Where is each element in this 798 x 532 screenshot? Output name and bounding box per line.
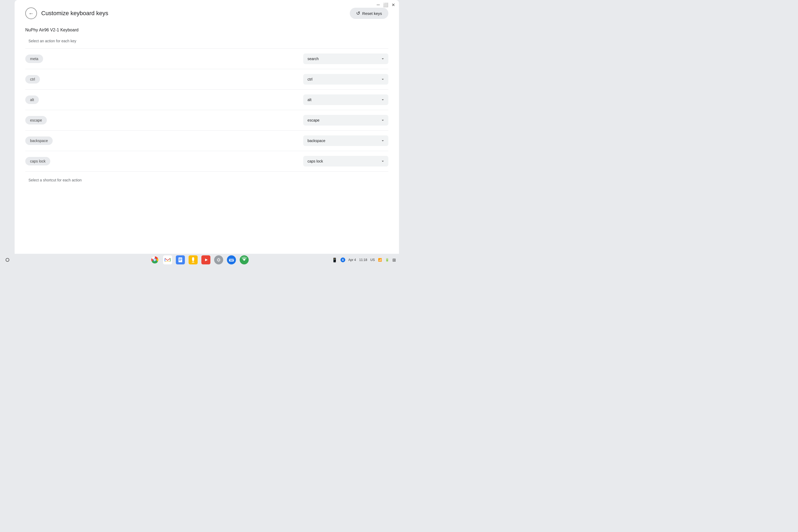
key-rows: meta search ctrl alt escape backspace ca… bbox=[25, 49, 388, 172]
alt-select[interactable]: search ctrl alt escape backspace caps lo… bbox=[303, 94, 388, 105]
mobile-icon: 📱 bbox=[332, 258, 337, 263]
svg-rect-8 bbox=[179, 259, 182, 260]
close-button[interactable]: ✕ bbox=[391, 2, 396, 7]
time-display: 11:18 bbox=[359, 258, 367, 262]
svg-rect-22 bbox=[231, 259, 231, 260]
keyboard-name: NuPhy Air96 V2-1 Keyboard bbox=[25, 28, 388, 33]
taskbar-gmail-icon[interactable] bbox=[163, 255, 172, 264]
taskbar-left bbox=[3, 255, 12, 264]
key-row-caps-lock: caps lock search ctrl alt escape backspa… bbox=[25, 151, 388, 172]
key-row-ctrl: ctrl search ctrl alt escape backspace ca… bbox=[25, 69, 388, 89]
svg-rect-24 bbox=[233, 259, 233, 260]
key-badge-escape: escape bbox=[25, 116, 47, 125]
key-badge-meta: meta bbox=[25, 55, 43, 63]
reset-icon: ↺ bbox=[356, 11, 360, 16]
taskbar: 📱 4 Apr 4 11:18 US 📶 🔋 ⊞ bbox=[0, 254, 399, 266]
key-row-alt: alt search ctrl alt escape backspace cap… bbox=[25, 89, 388, 110]
taskbar-keep-icon[interactable] bbox=[189, 255, 198, 264]
taskbar-center bbox=[150, 255, 249, 264]
svg-rect-21 bbox=[230, 259, 230, 260]
back-icon: ← bbox=[28, 11, 34, 17]
taskbar-docs-icon[interactable] bbox=[176, 255, 185, 264]
svg-rect-9 bbox=[179, 260, 181, 261]
key-badge-alt: alt bbox=[25, 95, 39, 104]
taskbar-keyboard-icon[interactable] bbox=[227, 255, 236, 264]
meta-select[interactable]: search ctrl alt escape backspace caps lo… bbox=[303, 54, 388, 64]
key-badge-backspace: backspace bbox=[25, 136, 53, 145]
svg-rect-11 bbox=[192, 257, 194, 261]
backspace-select[interactable]: search ctrl alt escape backspace caps lo… bbox=[303, 135, 388, 146]
page-header: ← Customize keyboard keys ↺ Reset keys bbox=[25, 7, 388, 19]
taskbar-right: 📱 4 Apr 4 11:18 US 📶 🔋 ⊞ bbox=[332, 258, 396, 263]
key-badge-caps-lock: caps lock bbox=[25, 157, 50, 166]
key-badge-ctrl: ctrl bbox=[25, 75, 40, 83]
notification-badge[interactable]: 4 bbox=[341, 258, 345, 262]
back-button[interactable]: ← bbox=[25, 7, 37, 19]
select-action-label: Select an action for each key bbox=[25, 39, 388, 43]
battery-icon: 🔋 bbox=[385, 258, 389, 262]
reset-keys-label: Reset keys bbox=[362, 11, 382, 16]
svg-point-18 bbox=[218, 259, 220, 261]
key-row-meta: meta search ctrl alt escape backspace ca… bbox=[25, 49, 388, 69]
svg-rect-13 bbox=[192, 262, 194, 263]
key-row-backspace: backspace search ctrl alt escape backspa… bbox=[25, 130, 388, 151]
select-shortcut-label: Select a shortcut for each action bbox=[25, 172, 388, 182]
window-chrome: ─ ⬜ ✕ bbox=[373, 0, 399, 10]
ctrl-select[interactable]: search ctrl alt escape backspace caps lo… bbox=[303, 74, 388, 84]
header-left: ← Customize keyboard keys bbox=[25, 7, 108, 19]
status-dot-icon[interactable] bbox=[3, 255, 12, 264]
taskbar-youtube-icon[interactable] bbox=[201, 255, 210, 264]
wifi-icon: 📶 bbox=[378, 258, 382, 262]
maximize-button[interactable]: ⬜ bbox=[383, 2, 388, 7]
date-display: Apr 4 bbox=[348, 258, 356, 262]
taskbar-chrome-icon[interactable] bbox=[150, 255, 159, 264]
page-title: Customize keyboard keys bbox=[41, 10, 108, 17]
escape-select[interactable]: search ctrl alt escape backspace caps lo… bbox=[303, 115, 388, 126]
taskbar-network-icon[interactable] bbox=[240, 255, 249, 264]
main-container: ← Customize keyboard keys ↺ Reset keys N… bbox=[15, 0, 399, 254]
taskbar-settings-icon[interactable] bbox=[214, 255, 223, 264]
svg-point-3 bbox=[154, 259, 156, 261]
key-row-escape: escape search ctrl alt escape backspace … bbox=[25, 110, 388, 130]
minimize-button[interactable]: ─ bbox=[376, 2, 381, 7]
svg-rect-25 bbox=[230, 260, 233, 261]
svg-rect-6 bbox=[178, 258, 182, 262]
svg-rect-23 bbox=[232, 259, 232, 260]
region-display: US bbox=[370, 258, 375, 262]
screen-layout-icon[interactable]: ⊞ bbox=[392, 258, 396, 263]
svg-rect-7 bbox=[179, 259, 182, 259]
caps-lock-select[interactable]: search ctrl alt escape backspace caps lo… bbox=[303, 156, 388, 167]
